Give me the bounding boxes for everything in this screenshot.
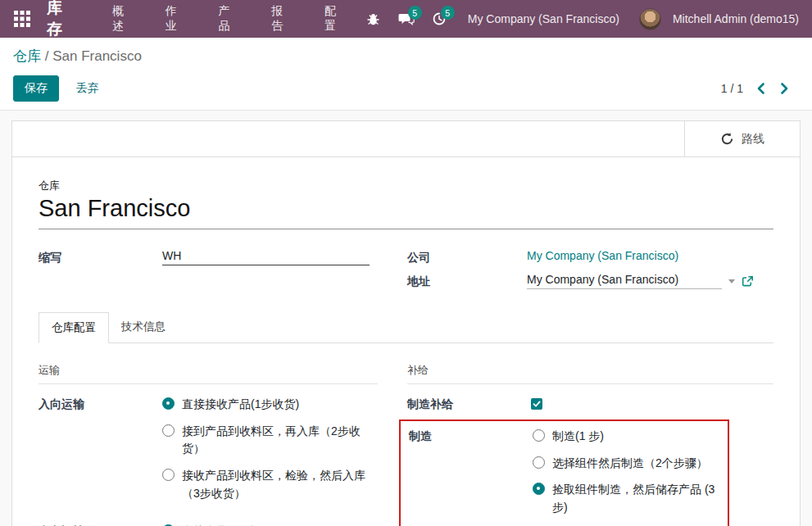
user-avatar[interactable] [639,8,661,30]
manufacture-resupply-row: 制造补给 [407,396,773,412]
app-name-inventory[interactable]: 库存 [47,0,76,40]
breadcrumb-warehouses-link[interactable]: 仓库 [13,48,41,64]
tab-technical-information[interactable]: 技术信息 [109,312,178,343]
control-panel: 仓库 / San Francisco 保存 丢弃 1 / 1 [0,38,812,111]
short-name-input[interactable]: WH [162,249,370,265]
incoming-option-2-steps[interactable]: 接到产品到收料区，再入库（2步收货） [162,423,379,458]
resupply-group-title: 补给 [407,363,773,384]
save-button[interactable]: 保存 [13,75,59,102]
user-menu[interactable]: Mitchell Admin (demo15) [673,12,799,25]
apps-grid-icon[interactable] [11,7,34,31]
routes-button-label: 路线 [742,132,764,147]
notebook-tabs: 仓库配置 技术信息 [39,311,773,343]
button-box: 路线 [12,121,800,157]
dropdown-caret-icon[interactable] [728,279,735,283]
warehouse-name-label: 仓库 [39,179,773,193]
chevron-left-icon [756,82,765,95]
form-sheet: 路线 仓库 San Francisco 缩写 WH 公司 My Company … [11,120,801,526]
breadcrumb-current: / San Francisco [45,48,142,64]
outgoing-shipments-row: 出向运输 直接出货（1步） 送到待出货区，再送货（2步发货） [39,523,407,526]
manufacture-row-highlighted: 制造 制造(1 步) 选择组件然后制造（2个步骤） [399,419,729,526]
incoming-shipments-row: 入向运输 直接接收产品(1步收货) 接到产品到收料区，再入库（2步收货） [39,396,407,511]
checkmark-icon [533,400,541,408]
pager: 1 / 1 [721,80,791,97]
manufacture-label: 制造 [409,428,533,444]
pager-previous-button[interactable] [755,80,767,97]
external-link-icon[interactable] [742,275,754,288]
address-input[interactable]: My Company (San Francisco) [527,273,722,289]
topbar: 库存 概述 作业 产品 报告 配置 [0,0,812,38]
radio-unselected-icon [162,469,175,481]
company-switcher[interactable]: My Company (San Francisco) [458,12,634,25]
address-field-row: 地址 My Company (San Francisco) [407,273,773,289]
menu-item-products[interactable]: 产品 [207,0,247,44]
manufacture-option-2-steps[interactable]: 选择组件然后制造（2个步骤） [533,455,728,473]
menu-item-operations[interactable]: 作业 [154,0,194,44]
address-label: 地址 [407,273,527,289]
company-value-link[interactable]: My Company (San Francisco) [527,249,678,262]
outgoing-shipments-label: 出向运输 [39,523,162,526]
form-view: 路线 仓库 San Francisco 缩写 WH 公司 My Company … [0,111,812,526]
menu-item-configuration[interactable]: 配置 [313,0,353,44]
manufacture-option-1-step[interactable]: 制造(1 步) [533,428,728,446]
outgoing-shipments-radio-group: 直接出货（1步） 送到待出货区，再送货（2步发货） [162,523,361,526]
warehouse-name-input[interactable]: San Francisco [39,193,773,229]
incoming-shipments-radio-group: 直接接收产品(1步收货) 接到产品到收料区，再入库（2步收货） 接收产品到收料区… [162,396,379,511]
breadcrumb: 仓库 / San Francisco [13,47,799,66]
manufacture-option-3-steps[interactable]: 捡取组件制造，然后储存产品 (3 步) [533,481,728,516]
menu-item-reporting[interactable]: 报告 [260,0,300,44]
menu-item-overview[interactable]: 概述 [101,0,141,44]
refresh-icon [720,132,734,146]
tab-warehouse-configuration[interactable]: 仓库配置 [39,312,109,343]
radio-unselected-icon [162,424,175,437]
routes-button[interactable]: 路线 [684,121,800,156]
incoming-option-3-steps[interactable]: 接收产品到收料区，检验，然后入库（3步收货） [162,467,379,502]
incoming-shipments-label: 入向运输 [39,396,162,412]
radio-selected-icon [162,397,175,410]
outgoing-option-1-step[interactable]: 直接出货（1步） [162,523,361,526]
apps-grid-icon-svg [13,10,31,28]
manufacture-resupply-label: 制造补给 [407,396,531,412]
short-name-field-row: 缩写 WH [39,249,407,265]
main-menu: 概述 作业 产品 报告 配置 [94,0,360,44]
messages-badge: 5 [408,6,422,20]
company-field-row: 公司 My Company (San Francisco) [407,249,773,265]
discard-button[interactable]: 丢弃 [66,75,110,102]
radio-selected-icon [533,483,545,495]
activities-badge: 5 [441,6,455,20]
pager-value: 1 / 1 [721,82,743,95]
radio-unselected-icon [533,429,545,442]
short-name-label: 缩写 [39,249,162,265]
radio-unselected-icon [533,456,545,469]
bug-icon-svg [366,12,380,26]
activities-clock-icon[interactable]: 5 [425,5,453,33]
debug-bug-icon[interactable] [360,5,388,33]
chevron-right-icon [780,82,789,95]
company-label: 公司 [407,249,527,265]
manufacture-radio-group: 制造(1 步) 选择组件然后制造（2个步骤） 捡取组件制造，然后储存产品 (3 … [533,428,728,526]
manufacture-resupply-checkbox[interactable] [531,398,542,410]
incoming-option-1-step[interactable]: 直接接收产品(1步收货) [162,396,379,414]
messages-icon[interactable]: 5 [392,5,420,33]
pager-next-button[interactable] [778,80,791,97]
shipments-group-title: 运输 [39,363,378,384]
